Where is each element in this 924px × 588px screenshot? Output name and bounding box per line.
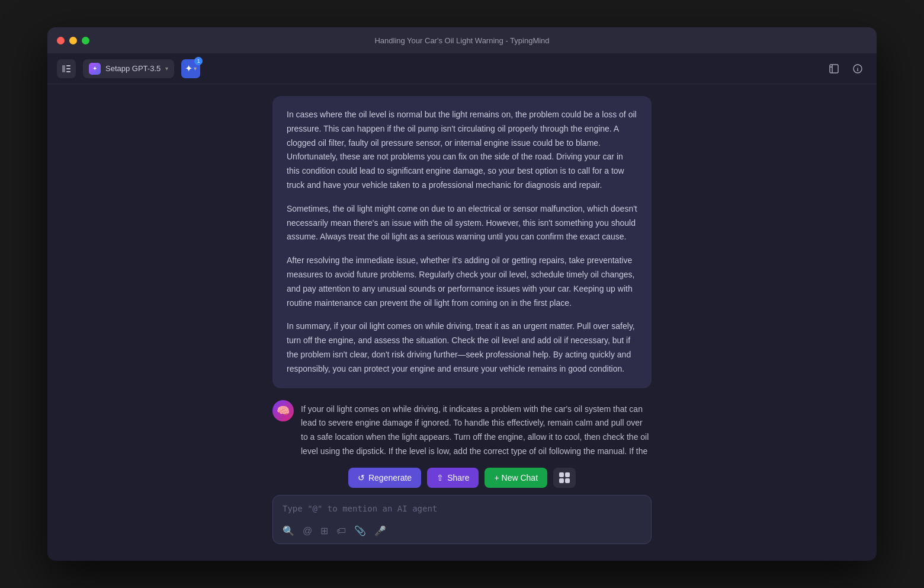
svg-rect-1: [66, 65, 70, 66]
assistant-paragraph-2: Sometimes, the oil light might come on d…: [287, 202, 637, 244]
regenerate-icon: ↺: [358, 473, 365, 482]
assistant-paragraph-1: In cases where the oil level is normal b…: [287, 108, 637, 193]
main-content: In cases where the oil level is normal b…: [47, 84, 877, 561]
close-button[interactable]: [57, 37, 65, 44]
assistant-paragraph-3: After resolving the immediate issue, whe…: [287, 254, 637, 310]
input-wrapper: 🔍 @ ⊞ 🏷 📎 🎤: [272, 495, 652, 544]
chat-area: In cases where the oil level is normal b…: [47, 96, 877, 461]
minimize-button[interactable]: [69, 37, 77, 44]
window-title: Handling Your Car's Oil Light Warning - …: [374, 36, 549, 45]
assistant-message-container: In cases where the oil level is normal b…: [272, 96, 652, 388]
mac-window: Handling Your Car's Oil Light Warning - …: [47, 27, 877, 561]
toolbar-right: [824, 59, 867, 78]
mention-icon[interactable]: @: [303, 526, 312, 536]
svg-rect-3: [66, 71, 70, 72]
new-chat-label: + New Chat: [494, 473, 538, 482]
tag-icon[interactable]: 🏷: [336, 526, 346, 536]
regenerate-label: Regenerate: [368, 473, 412, 482]
expand-button[interactable]: [824, 59, 843, 78]
chat-input[interactable]: [273, 496, 651, 518]
snippet-icon[interactable]: ⊞: [320, 525, 328, 536]
traffic-lights: [57, 37, 89, 44]
search-icon[interactable]: 🔍: [283, 525, 294, 536]
share-button[interactable]: ⇧ Share: [427, 468, 479, 488]
plus-icon: ✦: [185, 63, 192, 74]
badge-count: 1: [194, 57, 203, 65]
add-plugin-button[interactable]: ✦ 1 ▾: [181, 59, 200, 78]
voice-icon[interactable]: 🎤: [374, 525, 386, 536]
new-chat-button[interactable]: + New Chat: [485, 468, 547, 488]
assistant-message: In cases where the oil level is normal b…: [272, 96, 652, 388]
toolbar: ✦ Setapp GPT-3.5 ▾ ✦ 1 ▾: [47, 53, 877, 84]
model-selector[interactable]: ✦ Setapp GPT-3.5 ▾: [83, 59, 174, 78]
title-bar: Handling Your Car's Oil Light Warning - …: [47, 27, 877, 53]
share-label: Share: [447, 473, 469, 482]
input-area: 🔍 @ ⊞ 🏷 📎 🎤: [47, 495, 877, 549]
user-message-row: 🧠 If your oil light comes on while drivi…: [272, 400, 652, 461]
add-chevron: ▾: [194, 65, 197, 72]
sidebar-toggle-button[interactable]: [57, 59, 76, 78]
chevron-down-icon: ▾: [165, 65, 168, 72]
svg-rect-4: [830, 65, 838, 73]
input-toolbar: 🔍 @ ⊞ 🏷 📎 🎤: [273, 520, 651, 544]
regenerate-button[interactable]: ↺ Regenerate: [348, 468, 421, 488]
attach-icon[interactable]: 📎: [354, 525, 366, 536]
maximize-button[interactable]: [82, 37, 89, 44]
grid-icon: [559, 472, 570, 483]
action-bar: ↺ Regenerate ⇧ Share + New Chat: [47, 461, 877, 495]
model-name: Setapp GPT-3.5: [105, 64, 161, 73]
svg-rect-2: [66, 68, 70, 69]
user-message-text: If your oil light comes on while driving…: [301, 400, 652, 461]
assistant-paragraph-4: In summary, if your oil light comes on w…: [287, 319, 637, 376]
info-button[interactable]: [848, 59, 867, 78]
grid-button[interactable]: [553, 468, 576, 488]
svg-rect-0: [62, 65, 65, 72]
user-avatar: 🧠: [272, 400, 294, 421]
share-icon: ⇧: [437, 473, 444, 482]
model-icon: ✦: [89, 63, 101, 75]
